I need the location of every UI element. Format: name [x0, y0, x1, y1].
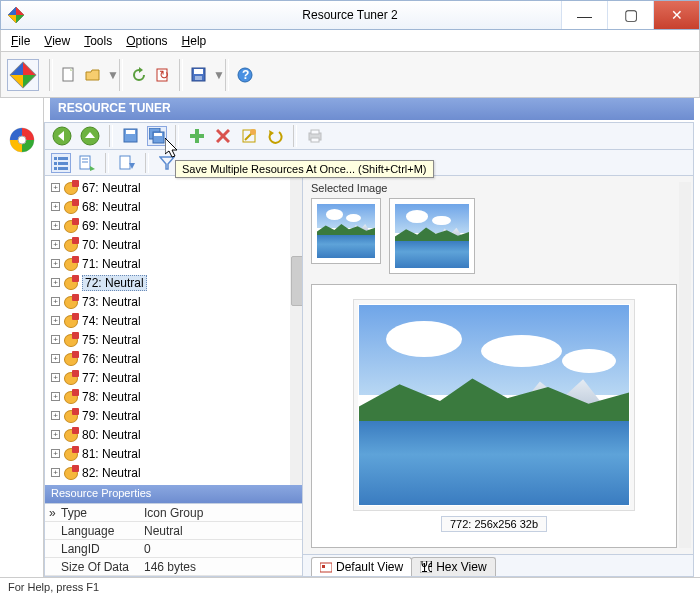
tree-item[interactable]: +78: Neutral: [51, 387, 302, 406]
resource-icon: [64, 390, 78, 404]
menu-view[interactable]: View: [38, 32, 76, 50]
expand-icon[interactable]: +: [51, 354, 60, 363]
edit-icon[interactable]: [239, 126, 259, 146]
tree-item-label: 75: Neutral: [82, 333, 141, 347]
tree-item[interactable]: +76: Neutral: [51, 349, 302, 368]
new-file-icon[interactable]: [59, 65, 79, 85]
thumbnail-large[interactable]: [389, 198, 475, 274]
property-key: Size Of Data: [45, 558, 140, 575]
tab-default-view[interactable]: Default View: [311, 557, 412, 576]
resource-icon: [64, 181, 78, 195]
tab-hex-view[interactable]: 010101 Hex View: [411, 557, 495, 576]
menu-file[interactable]: File: [5, 32, 36, 50]
resource-icon: [64, 257, 78, 271]
menu-options[interactable]: Options: [120, 32, 173, 50]
svg-rect-32: [190, 134, 204, 138]
tree-item[interactable]: +82: Neutral: [51, 463, 302, 482]
expand-icon[interactable]: +: [51, 202, 60, 211]
tree-item-label: 68: Neutral: [82, 200, 141, 214]
tab-hex-label: Hex View: [436, 560, 486, 574]
properties-grid: TypeIcon GroupLanguageNeutralLangID0Size…: [45, 503, 302, 576]
expand-icon[interactable]: +: [51, 221, 60, 230]
open-folder-icon[interactable]: [83, 65, 103, 85]
resource-icon: [64, 295, 78, 309]
expand-icon[interactable]: +: [51, 297, 60, 306]
tree-item-label: 67: Neutral: [82, 181, 141, 195]
section-header: RESOURCE TUNER: [50, 98, 694, 120]
menu-help[interactable]: Help: [176, 32, 213, 50]
svg-rect-55: [322, 565, 325, 568]
undo-icon[interactable]: [265, 126, 285, 146]
save-icon[interactable]: [189, 65, 209, 85]
tree-scrollbar[interactable]: [290, 176, 302, 485]
resource-icon: [64, 371, 78, 385]
tree-icon[interactable]: [77, 153, 97, 173]
main-toolbar: ▼ ↻ ▼ ?: [0, 52, 700, 98]
reload-icon[interactable]: ↻: [153, 65, 173, 85]
svg-marker-53: [160, 157, 174, 169]
expand-icon[interactable]: +: [51, 449, 60, 458]
refresh-icon[interactable]: [129, 65, 149, 85]
main-logo-button[interactable]: [7, 59, 39, 91]
save-resource-icon[interactable]: [121, 126, 141, 146]
svg-rect-17: [195, 76, 202, 80]
up-icon[interactable]: [79, 125, 101, 147]
property-row: LangID0: [45, 540, 302, 558]
tree-item-label: 69: Neutral: [82, 219, 141, 233]
resource-icon: [64, 219, 78, 233]
selected-image-label: Selected Image: [311, 182, 685, 194]
tree-item[interactable]: +80: Neutral: [51, 425, 302, 444]
tree-item[interactable]: +70: Neutral: [51, 235, 302, 254]
tree-item[interactable]: +67: Neutral: [51, 178, 302, 197]
resource-icon: [64, 314, 78, 328]
tree-item-label: 72: Neutral: [82, 275, 147, 291]
tree-item[interactable]: +77: Neutral: [51, 368, 302, 387]
properties-header: Resource Properties: [45, 485, 302, 503]
property-key: Type: [45, 504, 140, 521]
resource-tree[interactable]: +67: Neutral+68: Neutral+69: Neutral+70:…: [45, 176, 302, 485]
tree-item-label: 77: Neutral: [82, 371, 141, 385]
add-icon[interactable]: [187, 126, 207, 146]
expand-icon[interactable]: +: [51, 316, 60, 325]
print-icon[interactable]: [305, 126, 325, 146]
tree-item[interactable]: +73: Neutral: [51, 292, 302, 311]
expand-icon[interactable]: +: [51, 278, 60, 287]
tree-item[interactable]: +75: Neutral: [51, 330, 302, 349]
expand-icon[interactable]: +: [51, 392, 60, 401]
save-multiple-icon[interactable]: [147, 126, 167, 146]
expand-icon[interactable]: +: [51, 430, 60, 439]
tree-item-label: 79: Neutral: [82, 409, 141, 423]
delete-icon[interactable]: [213, 126, 233, 146]
tree-item-label: 81: Neutral: [82, 447, 141, 461]
tree-item-label: 76: Neutral: [82, 352, 141, 366]
menu-tools[interactable]: Tools: [78, 32, 118, 50]
expand-icon[interactable]: +: [51, 240, 60, 249]
tree-item[interactable]: +69: Neutral: [51, 216, 302, 235]
list-icon[interactable]: [51, 153, 71, 173]
sidebar-tool-colorwheel[interactable]: [8, 126, 36, 157]
svg-rect-27: [126, 130, 135, 134]
preview-scrollbar[interactable]: [679, 182, 691, 548]
expand-icon[interactable]: +: [51, 373, 60, 382]
window-title: Resource Tuner 2: [1, 8, 699, 22]
tree-item[interactable]: +72: Neutral: [51, 273, 302, 292]
expand-icon[interactable]: +: [51, 259, 60, 268]
resource-icon: [64, 276, 78, 290]
tree-item[interactable]: +68: Neutral: [51, 197, 302, 216]
expand-icon[interactable]: +: [51, 183, 60, 192]
tree-item[interactable]: +71: Neutral: [51, 254, 302, 273]
tree-item[interactable]: +74: Neutral: [51, 311, 302, 330]
sidebar-strip: [0, 120, 44, 577]
thumbnail-small[interactable]: [311, 198, 381, 264]
back-icon[interactable]: [51, 125, 73, 147]
tree-item[interactable]: +81: Neutral: [51, 444, 302, 463]
expand-icon[interactable]: +: [51, 335, 60, 344]
export-icon[interactable]: [117, 153, 137, 173]
expand-icon[interactable]: +: [51, 411, 60, 420]
tree-item[interactable]: +79: Neutral: [51, 406, 302, 425]
filter-icon[interactable]: [157, 153, 177, 173]
svg-rect-39: [311, 130, 319, 134]
property-key: LangID: [45, 540, 140, 557]
help-icon[interactable]: ?: [235, 65, 255, 85]
expand-icon[interactable]: +: [51, 468, 60, 477]
